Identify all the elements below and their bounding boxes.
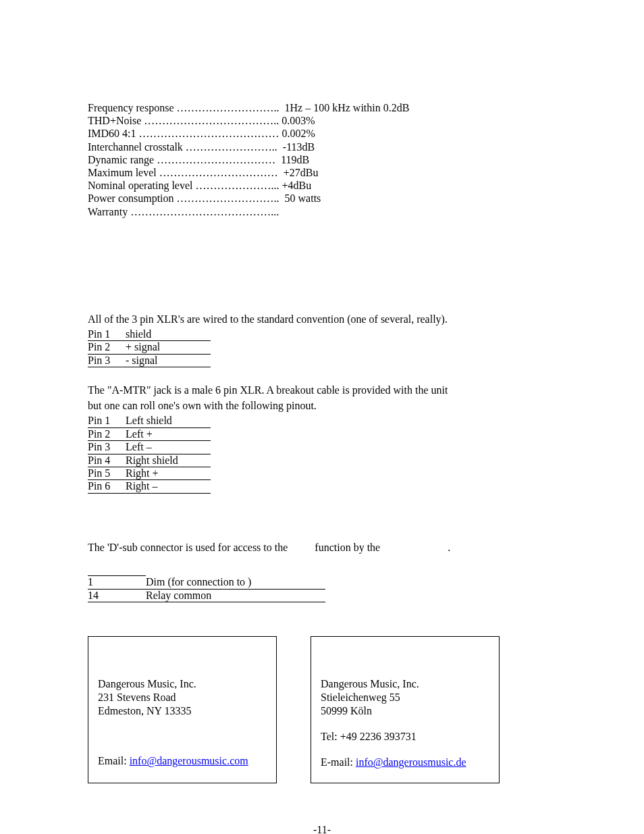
contact-line: Stieleichenweg 55 — [321, 691, 489, 704]
spec-value: 119dB — [281, 153, 309, 166]
spec-row: IMD60 4:1 ………………………………… 0.002% — [88, 127, 556, 140]
spec-row: Interchannel crosstalk …………………….. -113dB — [88, 140, 556, 153]
spec-label: Frequency response ……………………….. — [88, 101, 285, 114]
email-link-us[interactable]: info@dangerousmusic.com — [130, 755, 248, 766]
email-label: Email: — [98, 755, 130, 766]
spec-value: 0.003% — [281, 114, 315, 127]
spec-label: Interchannel crosstalk …………………….. — [88, 140, 283, 153]
pin-value-cell: Left shield — [126, 415, 211, 427]
contact-email-line: E-mail: info@dangerousmusic.de — [321, 756, 489, 769]
spec-row: Power consumption ……………………….. 50 watts — [88, 192, 556, 205]
dsub-intro: The 'D'-sub connector is used for access… — [88, 541, 556, 554]
dsub-intro-pre: The 'D'-sub connector is used for access… — [88, 542, 290, 553]
spec-row: THD+Noise ……………………………….. 0.003% — [88, 114, 556, 127]
xlr6-intro-line1: The "A-MTR" jack is a male 6 pin XLR. A … — [88, 384, 556, 396]
spec-value: 0.002% — [282, 127, 315, 140]
table-row: Pin 3 - signal — [88, 354, 211, 367]
xlr6-intro-line2: but one can roll one's own with the foll… — [88, 399, 556, 412]
pin-cell: Pin 1 — [88, 328, 126, 341]
pin-value-cell: Right shield — [126, 454, 211, 467]
pin-value-cell: shield — [126, 328, 211, 341]
pin-cell: Pin 3 — [88, 441, 126, 454]
pin-cell: 1 — [88, 576, 146, 589]
contact-line: Dangerous Music, Inc. — [321, 677, 489, 691]
pin-cell: 14 — [88, 589, 146, 602]
table-row: 14 Relay common — [88, 589, 325, 602]
xlr6-section: The "A-MTR" jack is a male 6 pin XLR. A … — [88, 384, 556, 494]
spec-label: THD+Noise ……………………………….. — [88, 114, 281, 127]
pin-value-cell: - signal — [126, 354, 211, 367]
table-row: Pin 6 Right – — [88, 480, 211, 493]
pin-cell: Pin 6 — [88, 480, 126, 493]
spec-label: Nominal operating level …………………... — [88, 179, 282, 192]
pin-cell: Pin 3 — [88, 354, 126, 367]
dsub-table: 1 Dim (for connection to ) 14 Relay comm… — [88, 563, 325, 602]
pin-value-cell: Right + — [126, 467, 211, 479]
page-number: -11- — [88, 824, 556, 834]
dsub-header-blank — [88, 563, 146, 576]
spec-row: Maximum level …………………………… +27dBu — [88, 166, 556, 179]
pin-value-cell: Left – — [126, 441, 211, 454]
spec-value: 50 watts — [285, 192, 321, 205]
email-link-de[interactable]: info@dangerousmusic.de — [356, 756, 466, 768]
spec-label: IMD60 4:1 ………………………………… — [88, 127, 282, 140]
spec-row: Warranty …………………………………... — [88, 205, 556, 218]
spec-value: +27dBu — [284, 166, 319, 179]
spec-label: Dynamic range …………………………… — [88, 153, 281, 166]
spec-row: Frequency response ……………………….. 1Hz – 100… — [88, 101, 556, 114]
pin-cell: Pin 2 — [88, 341, 126, 354]
email-label: E-mail: — [321, 756, 356, 768]
pin-cell: Pin 5 — [88, 467, 126, 479]
spec-value: -113dB — [283, 140, 315, 153]
contact-line: Dangerous Music, Inc. — [98, 677, 267, 691]
xlr6-table: Pin 1 Left shield Pin 2 Left + Pin 3 Lef… — [88, 415, 211, 493]
pin-value-cell: + signal — [126, 341, 211, 354]
table-row: Pin 1 shield — [88, 328, 211, 341]
table-row: Pin 2 Left + — [88, 427, 211, 440]
table-row: Pin 2 + signal — [88, 341, 211, 354]
pin-value-cell: Left + — [126, 427, 211, 440]
xlr3-table: Pin 1 shield Pin 2 + signal Pin 3 - sign… — [88, 328, 211, 367]
pin-cell: Pin 2 — [88, 427, 126, 440]
contact-line: 231 Stevens Road — [98, 691, 267, 704]
spec-value: 1Hz – 100 kHz within 0.2dB — [285, 101, 410, 114]
dsub-header-row — [88, 563, 325, 576]
xlr3-section: All of the 3 pin XLR's are wired to the … — [88, 313, 556, 367]
pin-cell: Pin 1 — [88, 415, 126, 427]
dsub-intro-mid: function by the — [290, 542, 383, 553]
table-row: Pin 5 Right + — [88, 467, 211, 479]
contact-line: Edmeston, NY 13335 — [98, 704, 267, 718]
spec-value: +4dBu — [282, 179, 312, 192]
pin-value-cell: Dim (for connection to ) — [146, 576, 325, 589]
contact-row: Dangerous Music, Inc. 231 Stevens Road E… — [88, 636, 556, 783]
pin-value-cell: Relay common — [146, 589, 325, 602]
spec-row: Dynamic range …………………………… 119dB — [88, 153, 556, 166]
xlr3-intro: All of the 3 pin XLR's are wired to the … — [88, 313, 556, 325]
table-row: 1 Dim (for connection to ) — [88, 576, 325, 589]
spec-label: Warranty …………………………………... — [88, 205, 279, 218]
spec-label: Maximum level …………………………… — [88, 166, 284, 179]
contact-line: 50999 Köln — [321, 704, 489, 718]
table-row: Pin 4 Right shield — [88, 454, 211, 467]
spec-label: Power consumption ……………………….. — [88, 192, 285, 205]
contact-tel: Tel: +49 2236 393731 — [321, 730, 489, 744]
table-row: Pin 3 Left – — [88, 441, 211, 454]
pin-cell: Pin 4 — [88, 454, 126, 467]
pin-value-cell: Right – — [126, 480, 211, 493]
table-row: Pin 1 Left shield — [88, 415, 211, 427]
contact-box-de: Dangerous Music, Inc. Stieleichenweg 55 … — [311, 636, 500, 783]
contact-email-line: Email: info@dangerousmusic.com — [98, 754, 267, 768]
specifications-block: Frequency response ……………………….. 1Hz – 100… — [88, 101, 556, 218]
contact-box-us: Dangerous Music, Inc. 231 Stevens Road E… — [88, 636, 277, 783]
dsub-header-blank2 — [146, 563, 325, 576]
dsub-intro-post: . — [383, 542, 450, 553]
spec-row: Nominal operating level …………………... +4dBu — [88, 179, 556, 192]
dsub-section: The 'D'-sub connector is used for access… — [88, 541, 556, 602]
